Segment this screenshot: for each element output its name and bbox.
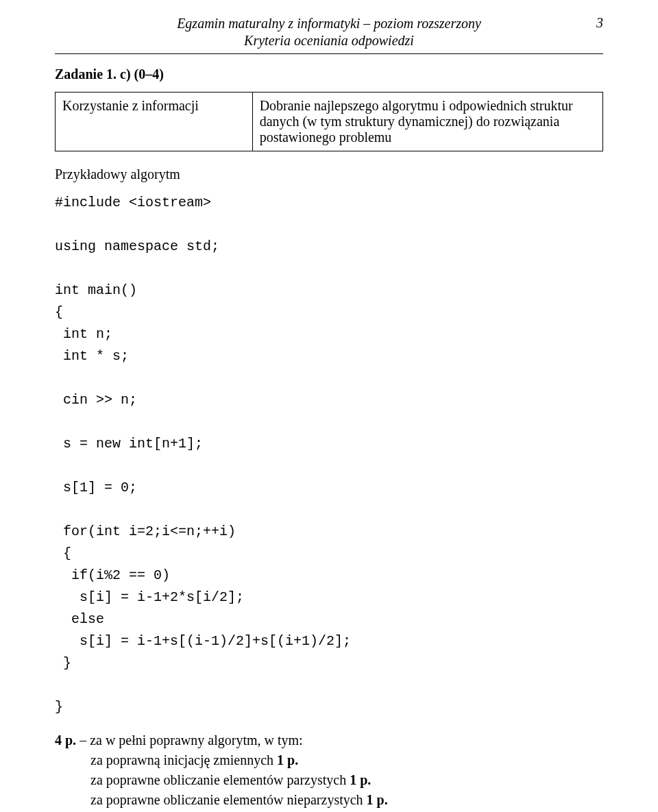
header-line-1: Egzamin maturalny z informatyki – poziom…: [177, 16, 481, 31]
criteria-left: Korzystanie z informacji: [56, 93, 253, 151]
scoring-indent-3-text: za poprawne obliczanie elementów nieparz…: [90, 792, 367, 807]
criteria-right: Dobranie najlepszego algorytmu i odpowie…: [252, 93, 602, 151]
header-block: Egzamin maturalny z informatyki – poziom…: [55, 15, 603, 49]
table-row: Korzystanie z informacji Dobranie najlep…: [56, 93, 603, 151]
points-4: 4 p.: [55, 733, 76, 748]
scoring-indent-2-text: za poprawne obliczanie elementów parzyst…: [90, 772, 350, 787]
page-number: 3: [596, 15, 603, 31]
scoring-line-1: 4 p. – za w pełni poprawny algorytm, w t…: [55, 730, 603, 750]
algorithm-label: Przykładowy algorytm: [55, 167, 603, 182]
scoring-indent-1-text: za poprawną inicjację zmiennych: [90, 752, 277, 767]
scoring-indent-1-points: 1 p.: [277, 752, 298, 767]
header: Egzamin maturalny z informatyki – poziom…: [55, 15, 603, 49]
scoring-indent-1: za poprawną inicjację zmiennych 1 p.: [55, 750, 603, 770]
scoring-indent-3-points: 1 p.: [367, 792, 388, 807]
scoring-indent-3: za poprawne obliczanie elementów nieparz…: [55, 790, 603, 810]
scoring-line-1-text: – za w pełni poprawny algorytm, w tym:: [76, 733, 303, 748]
scoring-block: 4 p. – za w pełni poprawny algorytm, w t…: [55, 730, 603, 812]
header-line-2: Kryteria oceniania odpowiedzi: [244, 33, 414, 48]
task-title: Zadanie 1. c) (0–4): [55, 66, 603, 82]
code-block: #include <iostream> using namespace std;…: [55, 192, 603, 718]
scoring-indent-2: za poprawne obliczanie elementów parzyst…: [55, 770, 603, 790]
divider: [55, 53, 603, 54]
scoring-indent-2-points: 1 p.: [350, 772, 371, 787]
criteria-table: Korzystanie z informacji Dobranie najlep…: [55, 92, 603, 151]
page: Egzamin maturalny z informatyki – poziom…: [0, 0, 658, 812]
